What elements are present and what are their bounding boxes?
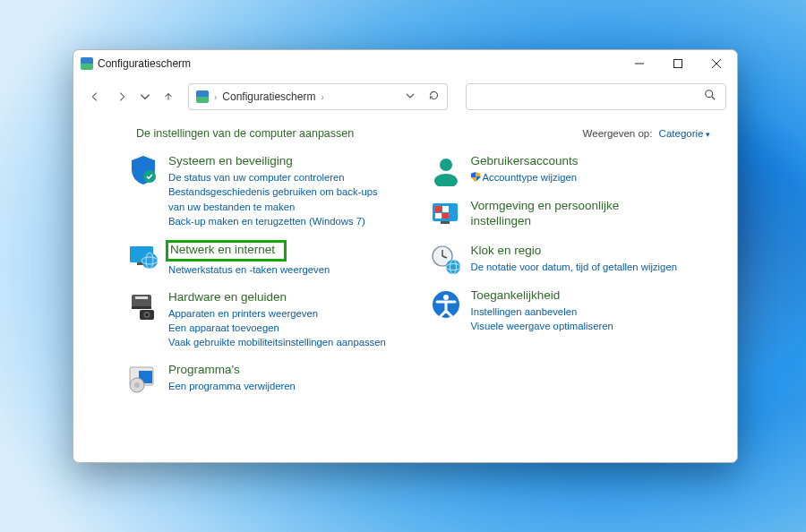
search-icon (704, 89, 716, 105)
svg-point-22 (134, 382, 140, 388)
category-programs: Programma's Een programma verwijderen (127, 363, 408, 395)
category-link[interactable]: Netwerkstatus en -taken weergeven (168, 262, 330, 277)
control-panel-window: Configuratiescherm › Configuratiescherm (73, 49, 738, 463)
category-title[interactable]: Programma's (168, 363, 296, 378)
svg-point-18 (145, 313, 149, 316)
maximize-button[interactable] (658, 51, 697, 76)
category-accessibility: Toegankelijkheid Instellingen aanbevelen… (430, 288, 711, 334)
svg-rect-15 (132, 306, 151, 309)
control-panel-mini-icon (196, 90, 209, 103)
svg-rect-14 (135, 296, 148, 299)
svg-rect-26 (435, 206, 442, 212)
breadcrumb-root[interactable]: Configuratiescherm (222, 90, 315, 103)
right-column: Gebruikersaccounts Accounttype wijzigen … (430, 154, 711, 408)
printer-camera-icon (127, 290, 159, 322)
category-title[interactable]: Gebruikersaccounts (471, 154, 579, 169)
category-network-internet: Netwerk en internet Netwerkstatus en -ta… (127, 241, 408, 277)
programs-icon (127, 363, 159, 395)
address-dropdown-icon[interactable] (405, 90, 416, 104)
category-hardware-sound: Hardware en geluiden Apparaten en printe… (127, 290, 408, 350)
category-title[interactable]: Vormgeving en persoonlijke instellingen (471, 199, 659, 229)
titlebar: Configuratiescherm (73, 50, 737, 77)
category-link[interactable]: Een apparaat toevoegen (168, 321, 386, 335)
window-title: Configuratiescherm (98, 57, 191, 70)
chevron-right-icon: › (214, 92, 217, 102)
category-link[interactable]: Visuele weergave optimaliseren (471, 319, 613, 333)
svg-rect-1 (673, 60, 682, 68)
address-bar[interactable]: › Configuratiescherm › (188, 83, 448, 110)
view-by-label: Weergeven op: Categorie (583, 128, 710, 139)
category-title[interactable]: Hardware en geluiden (168, 290, 386, 305)
svg-rect-27 (442, 206, 449, 212)
category-title[interactable]: Netwerk en internet (170, 243, 275, 258)
refresh-button[interactable] (428, 90, 440, 104)
shield-icon (127, 154, 159, 186)
svg-point-4 (706, 90, 713, 98)
svg-rect-29 (442, 213, 449, 219)
highlight-annotation: Netwerk en internet (166, 240, 287, 262)
category-personalization: Vormgeving en persoonlijke instellingen (430, 199, 711, 231)
category-link[interactable]: De status van uw computer controleren (168, 170, 392, 184)
chevron-right-icon: › (321, 92, 323, 102)
category-link[interactable]: Vaak gebruikte mobiliteitsinstellingen a… (168, 335, 386, 349)
svg-point-34 (446, 260, 460, 274)
monitor-tiles-icon (430, 199, 462, 231)
user-icon (430, 154, 462, 186)
uac-shield-icon (471, 172, 481, 182)
nav-forward-button[interactable] (111, 86, 133, 107)
category-clock-region: Klok en regio De notatie voor datum, tij… (430, 244, 711, 276)
category-title[interactable]: Klok en regio (471, 244, 677, 259)
globe-monitor-icon (127, 241, 159, 273)
category-user-accounts: Gebruikersaccounts Accounttype wijzigen (430, 154, 711, 186)
svg-rect-28 (435, 213, 442, 219)
svg-point-38 (443, 295, 449, 300)
svg-line-5 (712, 97, 716, 100)
nav-up-button[interactable] (158, 86, 179, 107)
navigation-bar: › Configuratiescherm › (73, 77, 737, 116)
accessibility-icon (430, 288, 462, 321)
svg-point-23 (440, 159, 452, 171)
page-title: De instellingen van de computer aanpasse… (136, 127, 354, 140)
view-by-dropdown[interactable]: Categorie (659, 128, 710, 139)
left-column: Systeem en beveiliging De status van uw … (127, 154, 408, 408)
svg-rect-30 (441, 221, 450, 224)
nav-recent-dropdown[interactable] (138, 86, 152, 107)
category-title[interactable]: Systeem en beveiliging (168, 154, 392, 169)
category-link[interactable]: Accounttype wijzigen (471, 170, 579, 184)
nav-back-button[interactable] (84, 86, 106, 107)
category-link[interactable]: Back-up maken en terugzetten (Windows 7) (168, 214, 392, 228)
control-panel-icon (81, 57, 93, 70)
content-area: De instellingen van de computer aanpasse… (73, 116, 737, 462)
category-link[interactable]: Instellingen aanbevelen (471, 305, 613, 319)
category-link[interactable]: De notatie voor datum, tijd of getallen … (471, 260, 677, 274)
category-link[interactable]: Een programma verwijderen (168, 379, 296, 393)
clock-globe-icon (430, 244, 462, 276)
svg-point-10 (141, 253, 158, 269)
svg-point-24 (434, 174, 458, 186)
category-link[interactable]: Bestandsgeschiedenis gebruiken om back-u… (168, 184, 392, 214)
search-input[interactable] (466, 83, 726, 110)
minimize-button[interactable] (620, 51, 658, 76)
category-title[interactable]: Toegankelijkheid (471, 288, 613, 304)
category-system-security: Systeem en beveiliging De status van uw … (127, 154, 408, 228)
category-link[interactable]: Apparaten en printers weergeven (168, 306, 386, 321)
close-button[interactable] (697, 51, 735, 76)
